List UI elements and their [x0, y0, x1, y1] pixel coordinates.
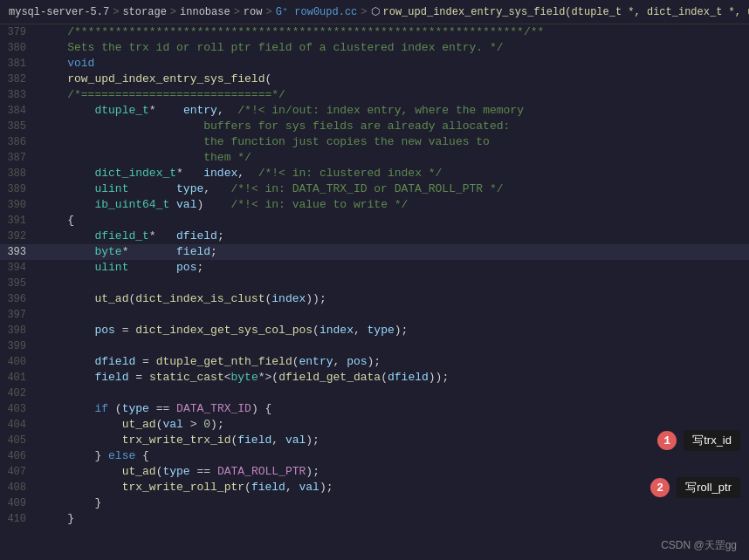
table-row: 380 Sets the trx id or roll ptr field of… — [0, 40, 749, 56]
breadcrumb-bar: mysql-server-5.7 > storage > innobase > … — [0, 0, 749, 24]
watermark: CSDN @天罡gg — [661, 538, 737, 553]
table-row: 393 byte* field; — [0, 244, 749, 260]
table-row: 385 buffers for sys fields are already a… — [0, 119, 749, 134]
breadcrumb-func[interactable]: row_upd_index_entry_sys_field(dtuple_t *… — [383, 6, 749, 18]
annotation-1: 1 写trx_id — [657, 430, 740, 451]
table-row: 409 } — [0, 495, 749, 511]
table-row: 401 field = static_cast<byte*>(dfield_ge… — [0, 370, 749, 386]
table-row: 410 } — [0, 511, 749, 527]
table-row: 387 them */ — [0, 150, 749, 166]
breadcrumb-row[interactable]: row — [244, 6, 263, 18]
table-row: 403 if (type == DATA_TRX_ID) { — [0, 401, 749, 417]
breadcrumb-innobase[interactable]: innobase — [180, 6, 230, 18]
breadcrumb-mysql[interactable]: mysql-server-5.7 — [9, 6, 109, 18]
table-row: 408 trx_write_roll_ptr(field, val); 2 写r… — [0, 480, 749, 495]
sep3: > — [234, 6, 240, 18]
badge-num-1: 1 — [657, 431, 677, 450]
table-row: 398 pos = dict_index_get_sys_col_pos(ind… — [0, 323, 749, 338]
table-row: 386 the function just copies the new val… — [0, 134, 749, 150]
table-row: 407 ut_ad(type == DATA_ROLL_PTR); — [0, 464, 749, 480]
breadcrumb-storage[interactable]: storage — [122, 6, 166, 18]
table-row: 400 dfield = dtuple_get_nth_field(entry,… — [0, 354, 749, 370]
badge-label-2: 写roll_ptr — [677, 477, 740, 498]
table-row: 384 dtuple_t* entry, /*!< in/out: index … — [0, 103, 749, 119]
table-row: 396 ut_ad(dict_index_is_clust(index)); — [0, 291, 749, 307]
table-row: 382 row_upd_index_entry_sys_field( — [0, 72, 749, 87]
breadcrumb-icon: ⬡ — [371, 5, 380, 18]
badge-label-1: 写trx_id — [684, 430, 740, 451]
table-row: 399 — [0, 338, 749, 354]
table-row: 391 { — [0, 213, 749, 229]
table-row: 392 dfield_t* dfield; — [0, 229, 749, 244]
table-row: 389 ulint type, /*!< in: DATA_TRX_ID or … — [0, 181, 749, 197]
table-row: 402 — [0, 386, 749, 401]
table-row: 383 /*============================*/ — [0, 87, 749, 103]
table-row: 404 ut_ad(val > 0); — [0, 417, 749, 433]
table-row: 395 — [0, 276, 749, 291]
code-editor: 379 /***********************************… — [0, 24, 749, 560]
sep2: > — [170, 6, 176, 18]
table-row: 388 dict_index_t* index, /*!< in: cluste… — [0, 166, 749, 181]
table-row: 406 } else { — [0, 448, 749, 464]
badge-num-2: 2 — [650, 478, 670, 497]
table-row: 397 — [0, 307, 749, 323]
sep5: > — [361, 6, 367, 18]
sep1: > — [113, 6, 119, 18]
table-row: 390 ib_uint64_t val) /*!< in: value to w… — [0, 197, 749, 213]
table-row: 394 ulint pos; — [0, 260, 749, 276]
annotation-2: 2 写roll_ptr — [650, 477, 740, 498]
table-row: 405 trx_write_trx_id(field, val); 1 写trx… — [0, 433, 749, 448]
breadcrumb-file[interactable]: G⁺ row0upd.cc — [276, 5, 358, 18]
table-row: 381 void — [0, 56, 749, 72]
sep4: > — [265, 6, 271, 18]
table-row: 379 /***********************************… — [0, 24, 749, 40]
